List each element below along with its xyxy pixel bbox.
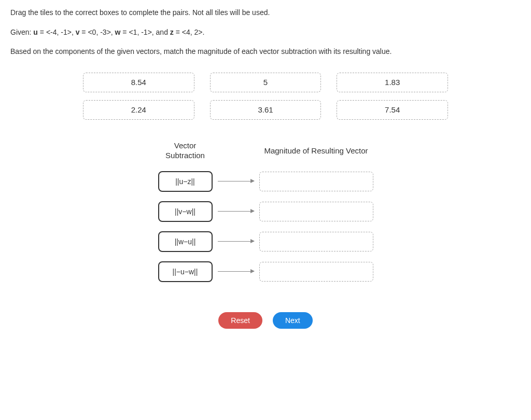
matching-section: Vector Subtraction Magnitude of Resultin… xyxy=(10,141,521,291)
arrow-icon xyxy=(213,211,259,212)
expression-box: ||u−z|| xyxy=(158,171,213,192)
answer-tile[interactable]: 1.83 xyxy=(337,73,448,92)
tile-row: 2.24 3.61 7.54 xyxy=(83,100,448,120)
header-vector-subtraction: Vector Subtraction xyxy=(158,141,213,161)
drop-zone[interactable] xyxy=(259,262,373,282)
expression-box: ||−u−w|| xyxy=(158,261,213,282)
arrow-icon xyxy=(213,181,259,181)
match-row: ||w−u|| xyxy=(158,231,373,252)
tiles-container: 8.54 5 1.83 2.24 3.61 7.54 xyxy=(10,73,521,120)
match-row: ||v−w|| xyxy=(158,201,373,222)
expression-box: ||w−u|| xyxy=(158,231,213,252)
prompt-text: Based on the components of the given vec… xyxy=(10,47,521,57)
instructions-text: Drag the tiles to the correct boxes to c… xyxy=(10,8,521,18)
expression-box: ||v−w|| xyxy=(158,201,213,222)
arrow-icon xyxy=(213,241,259,242)
answer-tile[interactable]: 8.54 xyxy=(83,73,194,92)
answer-tile[interactable]: 5 xyxy=(210,73,322,92)
button-bar: Reset Next xyxy=(10,312,521,329)
match-row: ||u−z|| xyxy=(158,171,373,192)
drop-zone[interactable] xyxy=(259,202,373,221)
answer-tile[interactable]: 2.24 xyxy=(83,100,194,120)
arrow-icon xyxy=(213,271,259,272)
matching-headers: Vector Subtraction Magnitude of Resultin… xyxy=(158,141,373,161)
answer-tile[interactable]: 3.61 xyxy=(210,100,322,120)
header-magnitude: Magnitude of Resulting Vector xyxy=(259,146,373,155)
next-button[interactable]: Next xyxy=(273,312,313,329)
answer-tile[interactable]: 7.54 xyxy=(337,100,448,120)
given-vectors: Given: u = <-4, -1>, v = <0, -3>, w = <1… xyxy=(10,27,521,38)
tile-row: 8.54 5 1.83 xyxy=(83,73,448,92)
drop-zone[interactable] xyxy=(259,172,373,191)
match-row: ||−u−w|| xyxy=(158,261,373,282)
reset-button[interactable]: Reset xyxy=(218,312,262,329)
drop-zone[interactable] xyxy=(259,232,373,251)
